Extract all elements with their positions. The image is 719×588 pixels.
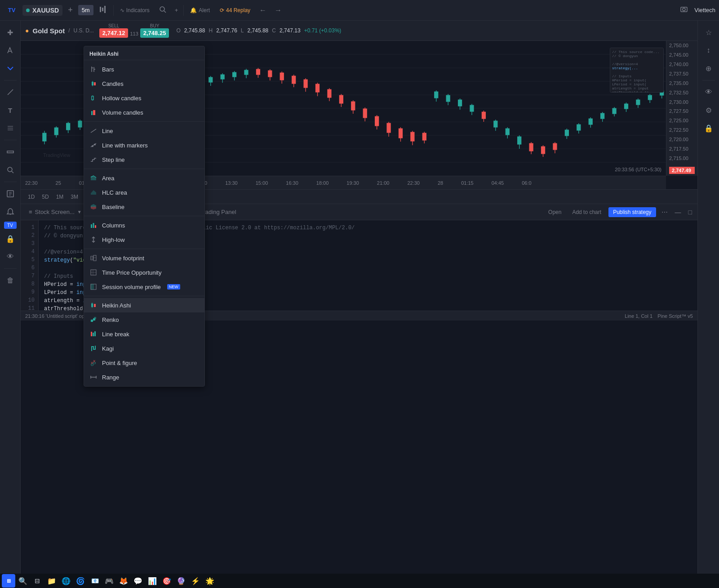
data-window-btn[interactable]: ↕ [701, 42, 717, 58]
editor-minimize-button[interactable]: — [673, 208, 683, 217]
measure-button[interactable] [2, 144, 18, 160]
top-bar-left: TV XAUUSD + 5m ∿ Indicators + 🔔 Alert [4, 2, 284, 18]
menu-item-time-price[interactable]: Time Price Opportunity [84, 265, 204, 280]
line-label: Line [102, 128, 113, 134]
pine-editor-btn[interactable] [2, 60, 18, 76]
lock-button[interactable]: 🔒 [2, 231, 18, 247]
menu-item-range[interactable]: Range [84, 370, 204, 384]
menu-item-renko[interactable]: Renko [84, 312, 204, 327]
taskbar-start[interactable]: ⊞ [2, 574, 15, 588]
taskbar-app6[interactable]: 🎮 [102, 574, 116, 588]
menu-item-hollow-candles[interactable]: Hollow candles [84, 91, 204, 105]
crosshair-button[interactable]: ✚ [2, 24, 18, 40]
open-value: 2,745.88 [184, 27, 205, 34]
redo-button[interactable]: → [272, 4, 284, 16]
editor-maximize-button[interactable]: □ [687, 208, 694, 217]
taskbar-app8[interactable]: 💬 [131, 574, 145, 588]
time-2230b: 22:30 [407, 180, 420, 186]
settings-right-btn[interactable]: ⚙ [701, 102, 717, 118]
taskbar-app10[interactable]: 🎯 [160, 574, 173, 588]
alerts-list-button[interactable] [2, 204, 18, 220]
lock-right-btn[interactable]: 🔒 [701, 120, 717, 136]
screener-button[interactable]: TV [4, 222, 17, 229]
fibonacci-button[interactable] [2, 120, 18, 136]
taskbar-app13[interactable]: 🌟 [203, 574, 217, 588]
tf-1d[interactable]: 1D [25, 193, 37, 201]
menu-item-line-markers[interactable]: Line with markers [84, 138, 204, 152]
svg-rect-166 [93, 255, 96, 261]
taskbar-app12[interactable]: ⚡ [189, 574, 202, 588]
taskbar-search[interactable]: 🔍 [16, 574, 30, 588]
symbol-selector[interactable]: XAUUSD [22, 5, 62, 16]
compare-button[interactable]: + [172, 5, 181, 15]
open-button[interactable]: Open [545, 207, 565, 217]
renko-icon [89, 316, 98, 324]
publish-strategy-button[interactable]: Publish strategy [608, 207, 656, 217]
svg-rect-60 [221, 75, 224, 79]
menu-item-point-figure[interactable]: XOOX Point & figure [84, 356, 204, 370]
menu-item-line-break[interactable]: Line break [84, 327, 204, 341]
menu-item-high-low[interactable]: High-low [84, 232, 204, 247]
text-tool-button[interactable]: T [2, 102, 18, 118]
svg-rect-106 [280, 73, 284, 80]
svg-rect-112 [316, 84, 320, 92]
taskbar-edge[interactable]: 🌐 [59, 574, 73, 588]
menu-item-volume-footprint[interactable]: Volume footprint [84, 251, 204, 265]
low-label: L [241, 27, 244, 34]
menu-item-hlc-area[interactable]: HLC area [84, 185, 204, 200]
menu-item-candles[interactable]: Candles [84, 76, 204, 91]
replay-button[interactable]: ⟳ 44 Replay [216, 5, 254, 15]
undo-button[interactable]: ← [257, 4, 269, 16]
taskbar-tasks[interactable]: ⊟ [31, 574, 44, 588]
menu-item-heikin-ashi[interactable]: Heikin Ashi [84, 298, 204, 312]
menu-item-session-volume[interactable]: Session volume profile NEW [84, 280, 204, 294]
menu-item-line[interactable]: Line [84, 124, 204, 138]
menu-item-columns[interactable]: Columns [84, 218, 204, 232]
line-tool-button[interactable] [2, 84, 18, 100]
watchlist-button[interactable] [2, 186, 18, 202]
taskbar-outlook[interactable]: 📧 [88, 574, 102, 588]
buy-price[interactable]: 2,748.25 [140, 28, 169, 38]
watchlist-right-btn[interactable]: ☆ [701, 24, 717, 40]
draw-button[interactable] [2, 42, 18, 58]
menu-item-step-line[interactable]: Step line [84, 152, 204, 167]
zoom-button[interactable] [156, 4, 169, 17]
taskbar-file-explorer[interactable]: 📁 [45, 574, 58, 588]
sell-price[interactable]: 2,747.12 [99, 28, 129, 38]
svg-rect-62 [233, 72, 236, 77]
trash-button[interactable]: 🗑 [2, 272, 18, 289]
editor-menu-button[interactable]: ⋯ [660, 208, 670, 217]
add-to-chart-button[interactable]: Add to chart [568, 207, 605, 217]
add-symbol-button[interactable]: + [65, 4, 75, 17]
menu-item-baseline[interactable]: Baseline [84, 200, 204, 214]
zoom-tool-button[interactable] [2, 162, 18, 178]
taskbar-app7[interactable]: 🦊 [117, 574, 130, 588]
hollow-candles-label: Hollow candles [102, 95, 141, 102]
show-hide-btn[interactable]: 👁 [701, 84, 717, 100]
timeframe-button[interactable]: 5m [78, 5, 93, 15]
renko-label: Renko [102, 316, 119, 323]
alert-right-btn[interactable]: ⊕ [701, 60, 717, 76]
chart-type-button[interactable] [96, 3, 111, 18]
menu-item-bars[interactable]: Bars [84, 62, 204, 76]
svg-rect-78 [518, 137, 521, 144]
taskbar-app9[interactable]: 📊 [146, 574, 159, 588]
tab-stock-screen[interactable]: ≡ Stock Screen... ▼ [24, 207, 86, 217]
tf-3m[interactable]: 3M [68, 193, 81, 201]
svg-rect-116 [339, 95, 343, 103]
menu-item-kagi[interactable]: Kagi [84, 341, 204, 356]
tf-1m[interactable]: 1M [53, 193, 67, 201]
columns-label: Columns [102, 222, 125, 229]
tf-5d[interactable]: 5D [39, 193, 51, 201]
screenshot-button[interactable] [677, 4, 691, 17]
tv-logo[interactable]: TV [4, 2, 20, 18]
eye-button[interactable]: 👁 [2, 249, 18, 265]
taskbar-app11[interactable]: 🔮 [174, 574, 188, 588]
menu-item-volume-candles[interactable]: Volume candles [84, 105, 204, 120]
svg-rect-134 [529, 143, 533, 151]
taskbar-chrome[interactable]: 🌀 [74, 574, 87, 588]
svg-rect-80 [565, 130, 568, 136]
alert-button[interactable]: 🔔 Alert [186, 5, 213, 15]
menu-item-area[interactable]: Area [84, 171, 204, 185]
indicators-button[interactable]: ∿ Indicators [116, 5, 153, 15]
